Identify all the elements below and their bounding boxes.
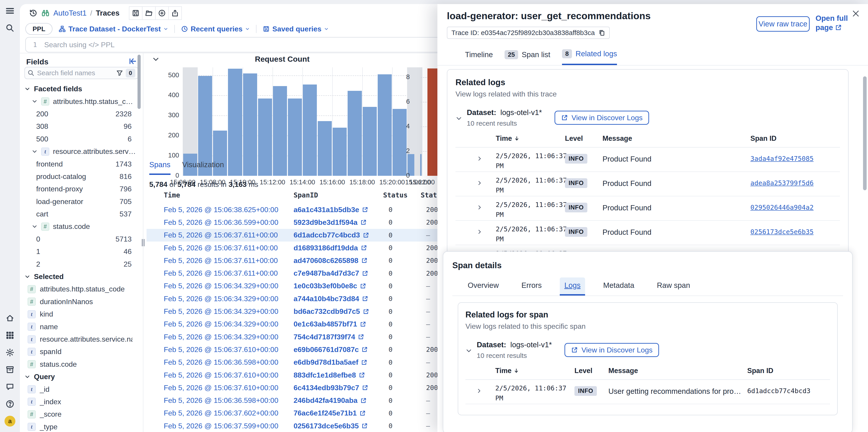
external-link-icon[interactable] <box>361 245 367 251</box>
saved-queries-menu[interactable]: Saved queries <box>263 25 329 33</box>
request-count-bar[interactable] <box>303 85 317 176</box>
span-id-link[interactable]: 1e0c03b3ef0b0e8c <box>293 282 366 290</box>
column-header-spanid[interactable]: SpanID <box>293 191 318 199</box>
external-link-icon[interactable] <box>363 308 369 315</box>
span-id-link[interactable]: 883dfc1e1d8efbe8 <box>293 371 365 379</box>
request-count-bar[interactable] <box>318 121 332 176</box>
external-link-icon[interactable] <box>362 423 368 429</box>
table-row[interactable]: Feb 5, 2026 @ 15:06:37.611+00:00ad470608… <box>147 254 459 267</box>
span-id-link[interactable]: 246bd42fa4190aba <box>293 396 367 405</box>
span-tab-metadata[interactable]: Metadata <box>599 277 639 296</box>
field-value-row[interactable]: 30896 <box>20 120 143 133</box>
ppl-language-button[interactable]: PPL <box>25 23 53 35</box>
table-row[interactable]: Feb 5, 2026 @ 15:06:37.611+00:00c7e9487b… <box>147 267 459 280</box>
request-count-chart[interactable] <box>183 67 422 176</box>
table-row[interactable]: Feb 5, 2026 @ 15:06:38.625+00:00a6a1c431… <box>147 203 459 216</box>
fields-section-faceted[interactable]: Faceted fields <box>20 83 143 95</box>
external-link-icon[interactable] <box>363 232 369 238</box>
field-value-row[interactable]: product-catalog816 <box>20 170 143 183</box>
span-id-link[interactable]: 5923d9be3d1f594a <box>293 218 367 227</box>
span-time-link[interactable]: Feb 5, 2026 @ 15:06:37.599+00:00 <box>164 422 278 430</box>
menu-icon[interactable] <box>4 5 16 16</box>
table-row[interactable]: Feb 5, 2026 @ 15:06:34.329+00:00754c4d71… <box>147 331 459 343</box>
field-value-row[interactable]: 225 <box>20 258 143 270</box>
column-header-status[interactable]: Status <box>383 191 407 199</box>
fields-scrollbar-thumb[interactable] <box>137 55 141 109</box>
span-id-link[interactable]: a6a1c431a1b5db3e <box>293 206 368 214</box>
column-header-time[interactable]: Time <box>495 367 519 375</box>
recent-queries-menu[interactable]: Recent queries <box>181 25 250 33</box>
span-time-link[interactable]: Feb 5, 2026 @ 15:06:36.598+00:00 <box>164 358 278 366</box>
external-link-icon[interactable] <box>362 206 368 213</box>
table-row[interactable]: Feb 5, 2026 @ 15:06:37.610+00:00883dfc1e… <box>147 369 459 381</box>
query-field-_id[interactable]: t_id <box>20 383 143 395</box>
table-row[interactable]: Feb 5, 2026 @ 15:06:34.329+00:000e1c63ab… <box>147 318 459 331</box>
view-in-discover-logs-button[interactable]: View in Discover Logs <box>555 111 649 125</box>
field-group-attributes.http.status_code[interactable]: #attributes.http.status_code <box>20 95 143 107</box>
fields-section-query[interactable]: Query <box>20 370 143 383</box>
open-full-page-link[interactable]: Open full page <box>815 13 856 32</box>
span-id-link[interactable]: d16893186df19dda <box>293 244 367 252</box>
span-time-link[interactable]: Feb 5, 2026 @ 15:06:34.329+00:00 <box>164 333 278 341</box>
chart-collapse-icon[interactable] <box>152 56 160 63</box>
span-id-link[interactable]: 0e1c63ab4857bf71 <box>293 320 366 328</box>
span-time-link[interactable]: Feb 5, 2026 @ 15:06:37.611+00:00 <box>164 269 278 277</box>
span-id-link[interactable]: 6c4134edb93b79c7 <box>293 384 368 392</box>
span-tab-errors[interactable]: Errors <box>517 277 547 296</box>
field-value-row[interactable]: 2002328 <box>20 108 143 120</box>
breadcrumb-app-link[interactable]: AutoTest1 <box>53 9 87 18</box>
span-id-link[interactable]: ad470608c6265898 <box>293 257 368 265</box>
external-link-icon[interactable] <box>360 219 367 226</box>
column-header-time[interactable]: Time <box>164 191 180 199</box>
span-id-link[interactable]: a744a10b4bc73d84 <box>293 295 368 303</box>
tab-visualization[interactable]: Visualization <box>182 160 224 175</box>
selected-field-name[interactable]: tname <box>20 321 143 333</box>
collapse-panel-icon[interactable] <box>129 57 136 65</box>
query-field-_score[interactable]: #_score <box>20 408 143 421</box>
table-row[interactable]: Feb 5, 2026 @ 15:06:36.598+00:00e6db9d78… <box>147 356 459 369</box>
table-row[interactable]: Feb 5, 2026 @ 15:06:36.598+00:00246bd42f… <box>147 394 459 407</box>
column-header-message[interactable]: Message <box>602 134 632 142</box>
table-row[interactable]: Feb 5, 2026 @ 15:06:37.611+00:00d1689318… <box>147 241 459 254</box>
external-link-icon[interactable] <box>361 359 367 366</box>
span-tab-overview[interactable]: Overview <box>463 277 503 296</box>
request-count-bar[interactable] <box>258 99 272 176</box>
new-item-icon[interactable] <box>155 6 169 20</box>
table-row[interactable]: Feb 5, 2026 @ 15:06:37.599+00:000256173d… <box>147 420 459 432</box>
copy-icon[interactable] <box>598 29 605 36</box>
span-time-link[interactable]: Feb 5, 2026 @ 15:06:37.611+00:00 <box>164 231 278 239</box>
dataset-selector[interactable]: Trace Dataset - DockerTest <box>59 25 168 33</box>
column-header-span-id[interactable]: Span ID <box>747 367 773 375</box>
field-value-row[interactable]: frontend-proxy796 <box>20 183 143 195</box>
request-count-bar[interactable] <box>393 109 407 176</box>
span-id-link[interactable]: e6db9d78d1ba5aef <box>293 358 367 366</box>
chevron-down-icon[interactable] <box>456 115 462 122</box>
span-id-link[interactable]: 0256173dce5e6b35 <box>293 422 368 430</box>
chat-icon[interactable] <box>4 381 16 392</box>
field-group-status.code[interactable]: #status.code <box>20 220 143 233</box>
span-time-link[interactable]: Feb 5, 2026 @ 15:06:34.329+00:00 <box>164 307 278 315</box>
expand-row-icon[interactable] <box>477 156 483 162</box>
apps-grid-icon[interactable] <box>4 330 16 341</box>
table-row[interactable]: Feb 5, 2026 @ 15:06:37.611+00:006d1adccb… <box>147 229 459 241</box>
error-count-bar[interactable] <box>428 68 437 176</box>
table-row[interactable]: Feb 5, 2026 @ 15:06:34.329+00:001e0c03b3… <box>147 280 459 292</box>
chevron-down-icon[interactable] <box>465 347 472 354</box>
tab-timeline[interactable]: Timeline <box>465 51 493 64</box>
log-span-id-link[interactable]: 0256173dce5e6b35 <box>750 228 813 236</box>
column-header-level[interactable]: Level <box>575 367 592 375</box>
selected-field-resource.attributes.service.name[interactable]: tresource.attributes.service.name <box>20 333 143 345</box>
column-header-time[interactable]: Time <box>496 134 520 142</box>
selected-field-status.code[interactable]: #status.code <box>20 358 143 370</box>
column-header-span-id[interactable]: Span ID <box>750 134 776 142</box>
request-count-bar[interactable] <box>333 128 347 176</box>
field-search-input[interactable]: Search field names 0 <box>24 67 138 79</box>
span-time-link[interactable]: Feb 5, 2026 @ 15:06:38.625+00:00 <box>164 206 278 214</box>
span-time-link[interactable]: Feb 5, 2026 @ 15:06:37.610+00:00 <box>164 345 278 354</box>
table-row[interactable]: Feb 5, 2026 @ 15:06:37.602+00:0076ac6e1f… <box>147 407 459 420</box>
external-link-icon[interactable] <box>360 410 366 417</box>
span-time-link[interactable]: Feb 5, 2026 @ 15:06:36.598+00:00 <box>164 396 278 405</box>
span-time-link[interactable]: Feb 5, 2026 @ 15:06:37.611+00:00 <box>164 257 278 265</box>
history-icon[interactable] <box>29 9 37 18</box>
span-time-link[interactable]: Feb 5, 2026 @ 15:06:34.329+00:00 <box>164 295 278 303</box>
